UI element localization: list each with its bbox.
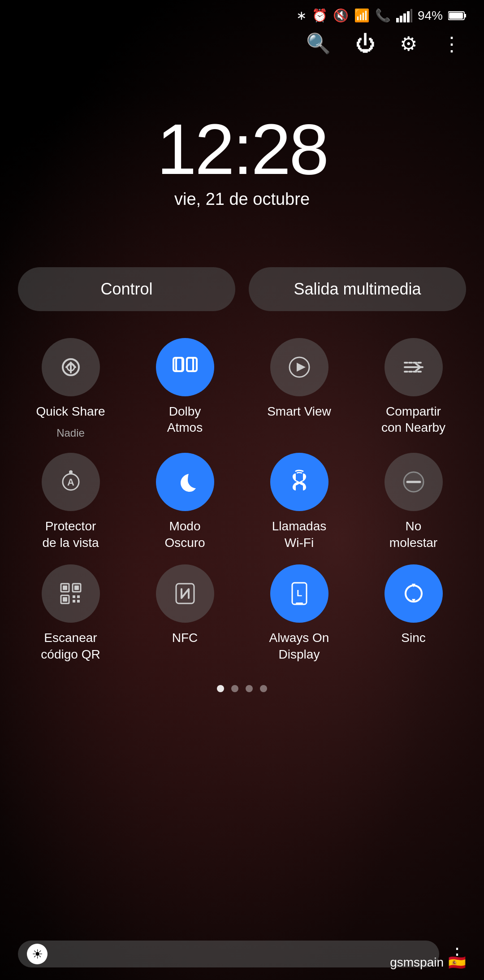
nfc-icon	[156, 564, 214, 623]
clock-section: 12:28 vie, 21 de octubre	[0, 113, 484, 209]
svg-rect-6	[464, 14, 466, 17]
multimedia-button[interactable]: Salida multimedia	[249, 267, 466, 311]
svg-text:L: L	[296, 588, 302, 598]
status-bar: ∗ ⏰ 🔇 📶 📞 94%	[0, 0, 484, 27]
svg-rect-27	[74, 585, 79, 590]
svg-rect-32	[73, 600, 75, 603]
quick-share-sublabel: Nadie	[56, 427, 85, 439]
tile-protector-vista[interactable]: A Protectorde la vista	[18, 453, 123, 551]
power-icon[interactable]: ⏻	[355, 32, 375, 55]
svg-rect-4	[411, 9, 412, 22]
dot-1	[217, 685, 224, 692]
control-button[interactable]: Control	[18, 267, 235, 311]
battery-icon	[448, 11, 466, 21]
panel-buttons: Control Salida multimedia	[18, 267, 466, 311]
dot-2	[231, 685, 238, 692]
call-icon: 📞	[375, 8, 391, 23]
moon-icon	[156, 453, 214, 511]
tile-compartir-nearby[interactable]: Compartircon Nearby	[361, 338, 466, 439]
svg-text:A: A	[67, 477, 74, 488]
svg-rect-0	[396, 18, 399, 22]
nfc-label: NFC	[172, 630, 198, 646]
mute-icon: 🔇	[333, 8, 349, 23]
dolby-atmos-label: DolbyAtmos	[167, 403, 203, 436]
dolby-icon	[156, 338, 214, 396]
llamadas-wifi-label: LlamadasWi-Fi	[272, 518, 326, 551]
clock-date: vie, 21 de octubre	[0, 190, 484, 209]
brightness-thumb: ☀	[27, 944, 48, 964]
aod-label: Always OnDisplay	[269, 630, 329, 663]
tile-llamadas-wifi[interactable]: LlamadasWi-Fi	[246, 453, 352, 551]
more-icon[interactable]: ⋮	[442, 32, 462, 55]
search-icon[interactable]: 🔍	[306, 32, 331, 55]
status-icons: ∗ ⏰ 🔇 📶 📞 94%	[296, 8, 466, 23]
tile-no-molestar[interactable]: Nomolestar	[361, 453, 466, 551]
gsmspain-badge: gsmspain 🇪🇸	[390, 954, 466, 971]
sun-icon: ☀	[32, 947, 43, 962]
svg-point-21	[69, 470, 73, 474]
sync-icon	[385, 564, 443, 623]
svg-rect-3	[407, 11, 410, 22]
tile-escanear-qr[interactable]: Escanearcódigo QR	[18, 564, 123, 663]
alarm-icon: ⏰	[312, 8, 328, 23]
svg-rect-33	[77, 600, 80, 603]
tiles-grid: Quick Share Nadie DolbyAtmos	[18, 338, 466, 663]
battery-text: 94%	[418, 9, 443, 23]
dot-3	[246, 685, 253, 692]
tile-modo-oscuro[interactable]: ModoOscuro	[132, 453, 238, 551]
svg-rect-2	[403, 13, 406, 22]
smart-view-icon	[270, 338, 328, 396]
tile-nfc[interactable]: NFC	[132, 564, 238, 663]
svg-rect-29	[63, 597, 67, 602]
escanear-qr-label: Escanearcódigo QR	[41, 630, 100, 663]
svg-rect-31	[77, 595, 80, 598]
svg-rect-11	[176, 358, 182, 371]
bluetooth-icon: ∗	[296, 8, 307, 23]
sinc-label: Sinc	[401, 630, 425, 646]
svg-rect-25	[63, 585, 67, 590]
wifi-icon: 📶	[354, 8, 370, 23]
quick-panel: Control Salida multimedia Quick Share Na…	[0, 267, 484, 692]
quick-share-label: Quick Share	[36, 403, 105, 420]
no-molestar-label: Nomolestar	[389, 518, 437, 551]
tile-dolby-atmos[interactable]: DolbyAtmos	[132, 338, 238, 439]
tile-always-on-display[interactable]: L Always OnDisplay	[246, 564, 352, 663]
gsmspain-text: gsmspain	[390, 955, 444, 970]
svg-rect-30	[73, 595, 75, 598]
smart-view-label: Smart View	[267, 403, 331, 420]
qr-icon	[42, 564, 100, 623]
eye-protect-icon: A	[42, 453, 100, 511]
clock-time: 12:28	[0, 113, 484, 185]
flag-icon: 🇪🇸	[448, 954, 466, 971]
svg-rect-1	[400, 16, 402, 22]
wifi-call-icon	[270, 453, 328, 511]
tile-smart-view[interactable]: Smart View	[246, 338, 352, 439]
aod-icon: L	[270, 564, 328, 623]
tile-sinc[interactable]: Sinc	[361, 564, 466, 663]
svg-rect-7	[449, 13, 463, 19]
nearby-icon	[385, 338, 443, 396]
dot-4	[260, 685, 267, 692]
quick-share-icon	[42, 338, 100, 396]
svg-rect-13	[187, 358, 193, 371]
nearby-label: Compartircon Nearby	[381, 403, 445, 436]
modo-oscuro-label: ModoOscuro	[164, 518, 205, 551]
settings-icon[interactable]: ⚙	[400, 32, 417, 55]
signal-icon	[396, 9, 412, 22]
svg-rect-12	[187, 358, 197, 371]
brightness-track[interactable]: ☀	[18, 941, 439, 967]
page-dots	[18, 685, 466, 692]
svg-rect-37	[296, 603, 303, 604]
protector-vista-label: Protectorde la vista	[42, 518, 99, 551]
tile-quick-share[interactable]: Quick Share Nadie	[18, 338, 123, 439]
no-disturb-icon	[385, 453, 443, 511]
svg-marker-15	[297, 363, 306, 372]
top-controls: 🔍 ⏻ ⚙ ⋮	[0, 27, 484, 60]
